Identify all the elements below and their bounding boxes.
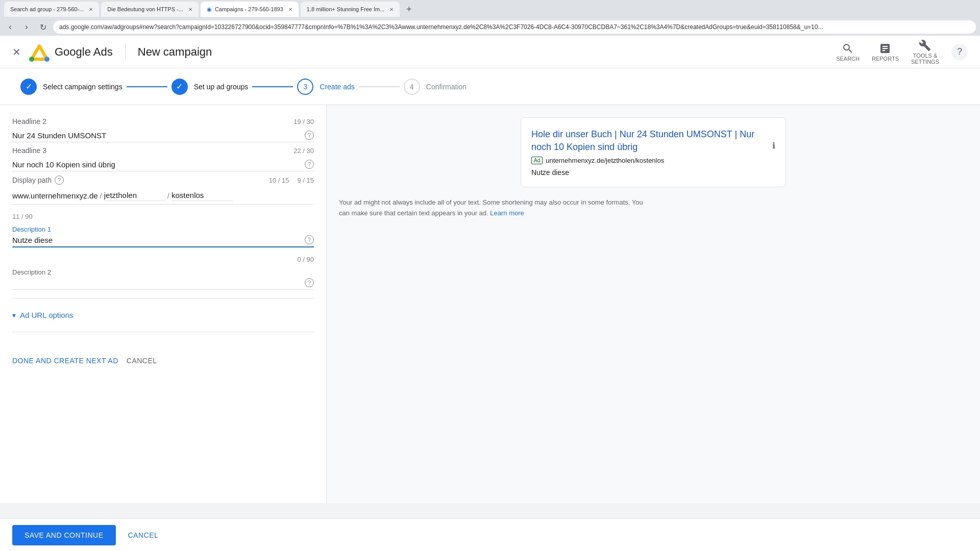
connector-1-2 xyxy=(127,86,167,87)
url-input[interactable]: ads.google.com/aw/adgroups#new?search?ca… xyxy=(53,20,976,34)
display-path-base-url: www.unternehmenxyz.de xyxy=(12,191,98,200)
tab-1-label: Search ad group - 279-560-... xyxy=(10,6,84,12)
cancel-bottom-button[interactable]: CANCEL xyxy=(124,525,163,545)
google-ads-icon xyxy=(29,42,50,62)
header-icons: SEARCH REPORTS TOOLS & SETTINGS ? xyxy=(836,39,968,65)
tab-4-label: 1.8 million+ Stunning Free Im... xyxy=(307,6,385,12)
description1-help[interactable]: ? xyxy=(305,235,314,244)
description2-help[interactable]: ? xyxy=(305,278,314,287)
tab-1-close[interactable]: ✕ xyxy=(89,7,93,12)
tools-icon xyxy=(919,39,931,52)
close-button[interactable]: ✕ xyxy=(12,46,21,58)
tools-nav-button[interactable]: TOOLS & SETTINGS xyxy=(911,39,939,65)
headline2-value-row: Nur 24 Stunden UMSONST ? xyxy=(12,128,314,142)
headline2-count: 19 / 30 xyxy=(293,118,314,126)
tools-nav-label: TOOLS & SETTINGS xyxy=(911,53,939,65)
display-path-count2: 9 / 15 xyxy=(297,177,314,184)
step-2-checkmark: ✓ xyxy=(176,82,183,91)
cancel-form-button[interactable]: CANCEL xyxy=(127,353,157,369)
headline3-count: 22 / 30 xyxy=(293,147,314,155)
headline2-label: Headline 2 xyxy=(12,117,46,126)
description2-value-row[interactable]: Description 2 ? xyxy=(12,265,314,290)
campaign-title: New campaign xyxy=(138,45,212,59)
svg-point-2 xyxy=(29,57,34,62)
headline2-group: Headline 2 19 / 30 Nur 24 Stunden UMSONS… xyxy=(12,117,314,142)
browser-tabs: Search ad group - 279-560-... ✕ Die Bede… xyxy=(0,0,980,18)
chevron-down-icon: ▾ xyxy=(12,311,16,319)
step-3-circle: 3 xyxy=(297,79,313,95)
headline3-help[interactable]: ? xyxy=(305,160,314,169)
display-path-label: Display path xyxy=(12,176,52,184)
headline2-header: Headline 2 19 / 30 xyxy=(12,117,314,126)
step-4-label: Confirmation xyxy=(426,83,467,91)
main-content: Headline 2 19 / 30 Nur 24 Stunden UMSONS… xyxy=(0,105,980,503)
step-3-number: 3 xyxy=(303,83,307,91)
description1-value-row[interactable]: Description 1 Nutze diese ? xyxy=(12,222,314,247)
tab-4[interactable]: 1.8 million+ Stunning Free Im... ✕ xyxy=(301,2,400,17)
step-2-circle: ✓ xyxy=(172,79,188,95)
search-icon xyxy=(842,42,854,55)
reload-button[interactable]: ↻ xyxy=(37,21,49,33)
forward-button[interactable]: › xyxy=(20,21,33,33)
tab-3-close[interactable]: ✕ xyxy=(288,7,292,12)
google-ads-text: Google Ads xyxy=(55,45,113,59)
url-text: ads.google.com/aw/adgroups#new?search?ca… xyxy=(59,23,823,31)
address-bar: ‹ › ↻ ads.google.com/aw/adgroups#new?sea… xyxy=(0,18,980,36)
svg-marker-0 xyxy=(32,46,47,59)
reports-nav-button[interactable]: REPORTS xyxy=(872,42,899,62)
step-2-label: Set up ad groups xyxy=(194,83,249,91)
step-1-label: Select campaign settings xyxy=(43,83,122,91)
save-continue-button[interactable]: SAVE AND CONTINUE xyxy=(12,525,116,545)
search-nav-label: SEARCH xyxy=(836,56,860,62)
connector-2-3 xyxy=(252,86,293,87)
tab-4-close[interactable]: ✕ xyxy=(389,7,394,12)
tab-1[interactable]: Search ad group - 279-560-... ✕ xyxy=(4,2,99,17)
description2-group: 0 / 90 Description 2 ? xyxy=(12,256,314,290)
step-3-label: Create ads xyxy=(320,83,354,91)
tab-3-favicon: ◉ xyxy=(207,6,212,13)
step-4: 4 Confirmation xyxy=(404,79,467,95)
help-button[interactable]: ? xyxy=(951,44,968,60)
step-4-circle: 4 xyxy=(404,79,420,95)
step-1-checkmark: ✓ xyxy=(26,82,32,91)
reports-icon xyxy=(879,42,891,55)
display-path-help[interactable]: ? xyxy=(55,176,64,185)
headline2-text: Nur 24 Stunden UMSONST xyxy=(12,131,106,140)
description2-label: Description 2 xyxy=(12,268,314,276)
description1-header: 11 / 90 xyxy=(12,213,314,220)
search-nav-button[interactable]: SEARCH xyxy=(836,42,860,62)
tab-3[interactable]: ◉ Campaigns - 279-560-1893 ✕ xyxy=(201,2,299,17)
tab-3-label: Campaigns - 279-560-1893 xyxy=(215,6,283,12)
ad-preview-headline: Hole dir unser Buch | Nur 24 Stunden UMS… xyxy=(531,128,775,154)
headline2-help[interactable]: ? xyxy=(305,131,314,140)
new-tab-button[interactable]: + xyxy=(402,2,416,16)
ad-preview-info-button[interactable]: ℹ xyxy=(772,141,775,151)
ad-preview-card: Hole dir unser Buch | Nur 24 Stunden UMS… xyxy=(521,117,786,187)
done-create-next-button[interactable]: DONE AND CREATE NEXT AD xyxy=(12,353,118,369)
left-panel: Headline 2 19 / 30 Nur 24 Stunden UMSONS… xyxy=(0,105,327,503)
ad-preview-url-row: Ad unternehmenxyz.de/jetztholen/kostenlo… xyxy=(531,157,775,164)
section-divider xyxy=(12,298,314,298)
ad-url-options-label: Ad URL options xyxy=(20,311,74,319)
stepper: ✓ Select campaign settings ✓ Set up ad g… xyxy=(0,68,980,105)
tab-2-label: Die Bedeutung von HTTPS -... xyxy=(107,6,183,12)
ad-info-text: Your ad might not always include all of … xyxy=(339,197,645,219)
description2-count: 0 / 90 xyxy=(297,256,314,263)
headline3-value-row: Nur noch 10 Kopien sind übrig ? xyxy=(12,157,314,171)
step-1: ✓ Select campaign settings xyxy=(20,79,122,95)
headline3-header: Headline 3 22 / 30 xyxy=(12,146,314,155)
ad-badge: Ad xyxy=(531,157,543,164)
tab-2-close[interactable]: ✕ xyxy=(188,7,192,12)
display-path-input1[interactable] xyxy=(104,190,165,201)
description1-label: Description 1 xyxy=(12,226,314,233)
ad-preview-url: unternehmenxyz.de/jetztholen/kostenlos xyxy=(546,157,664,164)
display-path-input2[interactable] xyxy=(172,190,233,201)
display-path-group: Display path ? 10 / 15 9 / 15 www.untern… xyxy=(12,176,314,205)
display-path-value-row: www.unternehmenxyz.de / / xyxy=(12,187,314,205)
headline3-text: Nur noch 10 Kopien sind übrig xyxy=(12,160,115,169)
ad-preview-description: Nutze diese xyxy=(531,168,775,177)
ad-url-options-toggle[interactable]: ▾ Ad URL options xyxy=(12,307,314,323)
tab-2[interactable]: Die Bedeutung von HTTPS -... ✕ xyxy=(101,2,199,17)
back-button[interactable]: ‹ xyxy=(4,21,16,33)
learn-more-link[interactable]: Learn more xyxy=(490,209,524,217)
